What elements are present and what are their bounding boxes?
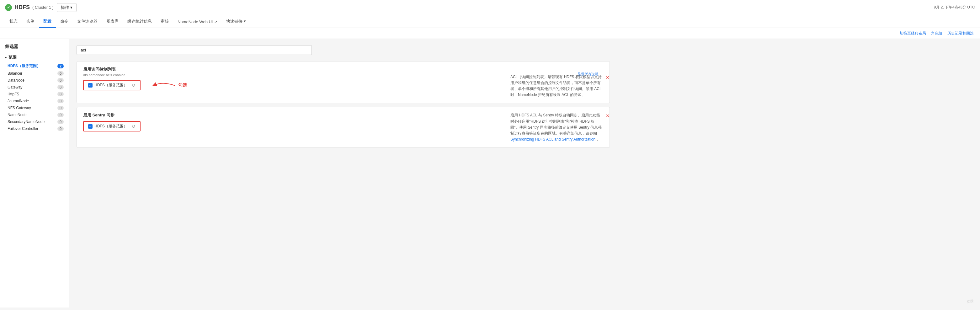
scope-label-sentry: HDFS（服务范围） bbox=[94, 124, 127, 129]
config-main-2: 启用 Sentry 同步 ✓ HDFS（服务范围） ↺ bbox=[83, 112, 140, 132]
sidebar-item-journalnode[interactable]: JournalNode 0 bbox=[0, 98, 69, 105]
header-left: ✓ HDFS ( Cluster 1 ) 操作 ▾ bbox=[5, 3, 76, 12]
sidebar-item-nfs-gateway[interactable]: NFS Gateway 0 bbox=[0, 105, 69, 111]
sidebar-item-secondary-namenode-badge: 0 bbox=[57, 119, 64, 124]
tab-config[interactable]: 配置 bbox=[39, 15, 56, 28]
desc-text-acl: ACL（访问控制列表）增强现有 HDFS 权限模型以支持用户和组的任意组合的控制… bbox=[511, 75, 602, 97]
sidebar-item-gateway[interactable]: Gateway 0 bbox=[0, 84, 69, 91]
tab-namenode-web[interactable]: NameNode Web UI ↗ bbox=[173, 16, 222, 28]
nav-tabs: 状态 实例 配置 命令 文件浏览器 图表库 缓存统计信息 审核 NameNode… bbox=[0, 15, 980, 28]
sidebar-item-httpfs[interactable]: HttpFS 0 bbox=[0, 91, 69, 98]
sidebar-item-balancer[interactable]: Balancer 0 bbox=[0, 70, 69, 77]
sidebar-item-nfs-gateway-badge: 0 bbox=[57, 106, 64, 110]
sidebar-item-datanode-label: DataNode bbox=[8, 78, 24, 83]
config-left-1: 启用访问控制列表 dfs.namenode.acls.enabled ✓ HDF… bbox=[83, 67, 187, 91]
sidebar-item-nfs-gateway-label: NFS Gateway bbox=[8, 106, 31, 110]
role-group-link[interactable]: 角色组 bbox=[931, 31, 942, 36]
tab-chart[interactable]: 图表库 bbox=[102, 15, 123, 28]
sidebar-item-httpfs-badge: 0 bbox=[57, 92, 64, 96]
desc-panel-sentry: 启用 HDFS ACL 与 Sentry 特权自动同步。启用此功能时必须启用"H… bbox=[503, 112, 603, 143]
sidebar-item-failover-controller[interactable]: Failover Controller 0 bbox=[0, 125, 69, 132]
switch-layout-link[interactable]: 切换至经典布局 bbox=[900, 31, 926, 36]
tab-audit[interactable]: 审核 bbox=[156, 15, 173, 28]
sidebar: 筛选器 ▾ 范围 HDFS（服务范围） 2 Balancer 0 DataNod… bbox=[0, 39, 69, 307]
sidebar-item-httpfs-label: HttpFS bbox=[8, 92, 19, 96]
config-name-acl: 启用访问控制列表 bbox=[83, 67, 187, 72]
operate-label: 操作 bbox=[61, 5, 69, 10]
close-x-acl[interactable]: ✕ bbox=[606, 74, 609, 81]
content-area: 启用访问控制列表 dfs.namenode.acls.enabled ✓ HDF… bbox=[69, 39, 980, 307]
sidebar-item-gateway-label: Gateway bbox=[8, 85, 22, 89]
top-header: ✓ HDFS ( Cluster 1 ) 操作 ▾ 9月 2, 下午4点43分 … bbox=[0, 0, 980, 15]
sidebar-item-failover-controller-label: Failover Controller bbox=[8, 126, 38, 131]
scope-label-acl: HDFS（服务范围） bbox=[94, 83, 127, 88]
sidebar-item-hdfs-label: HDFS（服务范围） bbox=[8, 64, 40, 69]
sidebar-item-balancer-badge: 0 bbox=[57, 71, 64, 76]
sidebar-item-journalnode-badge: 0 bbox=[57, 99, 64, 103]
sidebar-item-namenode-label: NameNode bbox=[8, 113, 27, 117]
scope-section-header[interactable]: ▾ 范围 bbox=[0, 53, 69, 62]
sidebar-item-hdfs-badge: 2 bbox=[57, 64, 64, 68]
config-row-acl: 启用访问控制列表 dfs.namenode.acls.enabled ✓ HDF… bbox=[76, 61, 610, 103]
tab-instance[interactable]: 实例 bbox=[22, 15, 39, 28]
config-left-2: 启用 Sentry 同步 ✓ HDFS（服务范围） ↺ bbox=[83, 112, 140, 132]
config-row-sentry: 启用 Sentry 同步 ✓ HDFS（服务范围） ↺ 启用 bbox=[76, 107, 610, 148]
tab-quick-links[interactable]: 快速链接 ▾ bbox=[222, 15, 250, 28]
sidebar-item-gateway-badge: 0 bbox=[57, 85, 64, 89]
tab-command[interactable]: 命令 bbox=[56, 15, 73, 28]
sidebar-item-failover-controller-badge: 0 bbox=[57, 126, 64, 131]
tab-file-browser[interactable]: 文件浏览器 bbox=[73, 15, 102, 28]
sentry-link[interactable]: Synchronizing HDFS ACL and Sentry Author… bbox=[511, 137, 595, 141]
reset-icon-acl[interactable]: ↺ bbox=[132, 83, 135, 88]
hdfs-title: ✓ HDFS ( Cluster 1 ) bbox=[5, 4, 54, 11]
main-layout: 筛选器 ▾ 范围 HDFS（服务范围） 2 Balancer 0 DataNod… bbox=[0, 39, 980, 307]
check-icon: ✓ bbox=[7, 5, 10, 10]
tab-cache[interactable]: 缓存统计信息 bbox=[123, 15, 156, 28]
operate-chevron: ▾ bbox=[70, 5, 72, 10]
search-input[interactable] bbox=[76, 45, 312, 55]
scope-chevron: ▾ bbox=[5, 56, 6, 59]
config-name-sentry: 启用 Sentry 同步 bbox=[83, 112, 140, 118]
checkbox-acl[interactable]: ✓ bbox=[88, 83, 92, 87]
desc-text-sentry-end: 。 bbox=[597, 137, 600, 141]
sidebar-title: 筛选器 bbox=[0, 44, 69, 53]
annotation-text-1: 勾选 bbox=[178, 83, 187, 88]
sidebar-item-balancer-label: Balancer bbox=[8, 71, 22, 76]
timestamp: 9月 2, 下午4点43分 UTC bbox=[934, 5, 975, 10]
checkbox-sentry[interactable]: ✓ bbox=[88, 124, 92, 129]
sidebar-item-datanode-badge: 0 bbox=[57, 78, 64, 83]
reset-icon-sentry[interactable]: ↺ bbox=[132, 124, 135, 129]
close-x-sentry[interactable]: ✕ bbox=[606, 112, 609, 119]
sidebar-item-journalnode-label: JournalNode bbox=[8, 99, 29, 103]
hdfs-icon: ✓ bbox=[5, 4, 12, 11]
desc-panel-acl: 显示所有说明 ACL（访问控制列表）增强现有 HDFS 权限模型以支持用户和组的… bbox=[503, 67, 603, 98]
annotation-block-1: 勾选 bbox=[156, 83, 187, 88]
arrow-svg-1 bbox=[150, 79, 178, 92]
sidebar-item-datanode[interactable]: DataNode 0 bbox=[0, 77, 69, 84]
scope-tag-sentry[interactable]: ✓ HDFS（服务范围） ↺ bbox=[83, 121, 140, 132]
action-bar: 切换至经典布局 角色组 历史记录和回滚 bbox=[0, 28, 980, 39]
config-main-1: 启用访问控制列表 dfs.namenode.acls.enabled ✓ HDF… bbox=[83, 67, 187, 91]
operate-button[interactable]: 操作 ▾ bbox=[57, 3, 76, 12]
sidebar-item-secondary-namenode-label: SecondaryNameNode bbox=[8, 119, 45, 124]
scope-tag-acl[interactable]: ✓ HDFS（服务范围） ↺ bbox=[83, 80, 140, 91]
cluster-label: ( Cluster 1 ) bbox=[32, 5, 54, 10]
config-key-acl: dfs.namenode.acls.enabled bbox=[83, 73, 187, 77]
scope-label: 范围 bbox=[8, 55, 17, 60]
sidebar-item-hdfs[interactable]: HDFS（服务范围） 2 bbox=[0, 62, 69, 70]
sidebar-item-secondary-namenode[interactable]: SecondaryNameNode 0 bbox=[0, 118, 69, 125]
tab-status[interactable]: 状态 bbox=[5, 15, 22, 28]
desc-text-sentry: 启用 HDFS ACL 与 Sentry 特权自动同步。启用此功能时必须启用"H… bbox=[511, 113, 602, 135]
history-link[interactable]: 历史记录和回滚 bbox=[947, 31, 974, 36]
hdfs-label: HDFS bbox=[14, 4, 30, 11]
sidebar-item-namenode[interactable]: NameNode 0 bbox=[0, 111, 69, 118]
sidebar-item-namenode-badge: 0 bbox=[57, 113, 64, 117]
